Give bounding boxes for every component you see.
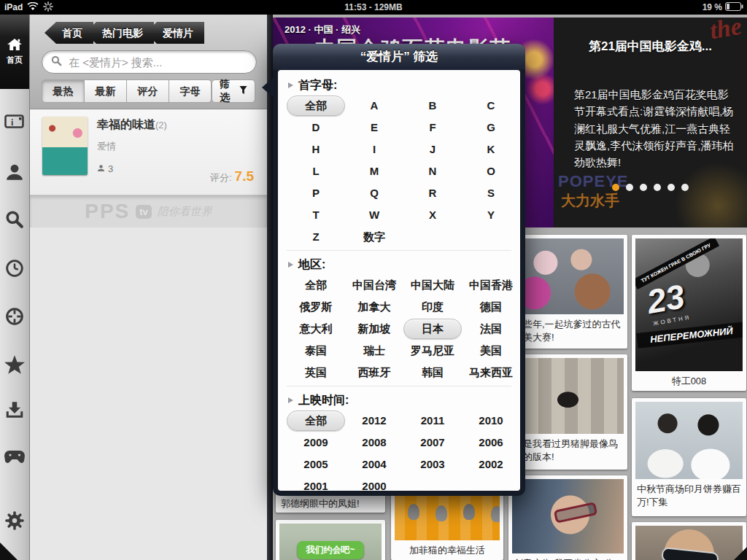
filter-option[interactable]: 中国大陆 — [403, 275, 462, 295]
filter-option[interactable]: 全部 — [287, 411, 345, 431]
filter-option[interactable]: 2005 — [287, 454, 345, 475]
breadcrumb-item[interactable]: 热门电影 — [85, 22, 154, 44]
carousel-dot[interactable] — [654, 184, 661, 191]
filter-option[interactable]: 2003 — [403, 454, 462, 475]
video-card[interactable]: 中秋节商场印月饼券赚百万!下集 — [632, 398, 746, 516]
filter-option[interactable]: 中国台湾 — [345, 275, 403, 295]
video-card[interactable]: 那些年,一起坑爹过的古代选美大赛! — [508, 235, 627, 349]
filter-option[interactable]: C — [462, 96, 520, 116]
filter-option[interactable]: 法国 — [462, 319, 520, 339]
filter-option[interactable]: 意大利 — [287, 319, 345, 339]
filter-button[interactable]: 筛选 — [212, 79, 255, 103]
sidebar-item-history[interactable] — [0, 255, 29, 281]
sidebar-item-profile[interactable] — [0, 159, 29, 185]
filter-option[interactable]: 2011 — [403, 411, 462, 431]
filter-option[interactable]: T — [287, 205, 345, 225]
filter-option[interactable]: 2000 — [345, 476, 403, 491]
video-card[interactable]: 创意广告:我要坐公交 公 — [508, 475, 627, 560]
carousel-dot[interactable] — [612, 184, 619, 191]
filter-option[interactable]: 2007 — [403, 432, 462, 453]
filter-option[interactable]: 全部 — [287, 275, 345, 295]
sidebar-item-discover[interactable] — [0, 303, 29, 330]
filter-option[interactable]: 德国 — [462, 297, 520, 317]
page-curl-left[interactable] — [0, 542, 18, 560]
filter-option[interactable]: Y — [462, 205, 520, 225]
filter-option[interactable]: 2004 — [345, 454, 403, 475]
filter-option[interactable]: 美国 — [462, 341, 520, 361]
carousel-dot[interactable] — [640, 184, 647, 191]
filter-option[interactable]: Q — [345, 183, 403, 203]
filter-option[interactable]: P — [287, 183, 345, 203]
filter-option[interactable]: I — [345, 139, 403, 160]
sidebar-item-settings[interactable] — [0, 508, 29, 534]
filter-option[interactable]: K — [462, 139, 520, 160]
carousel-dot[interactable] — [667, 184, 675, 191]
sort-tab[interactable]: 最热 — [42, 79, 85, 103]
filter-option[interactable]: D — [287, 117, 345, 138]
filter-option[interactable]: 2010 — [462, 411, 520, 431]
filter-option[interactable]: Z — [287, 227, 345, 247]
filter-option[interactable]: 2009 — [287, 432, 345, 453]
filter-option[interactable]: 瑞士 — [345, 341, 403, 361]
filter-option[interactable]: 日本 — [403, 319, 462, 339]
search-bar[interactable] — [42, 50, 257, 74]
filter-option[interactable]: N — [403, 161, 462, 182]
sort-tab[interactable]: 最新 — [85, 79, 127, 103]
filter-option[interactable]: A — [345, 96, 403, 116]
filter-option[interactable]: 全部 — [287, 96, 345, 116]
app-screen: iPad 11:53 - 129MB 19 % 首页 i 首页热门电影爱情片 — [0, 0, 747, 560]
filter-option[interactable]: E — [345, 117, 403, 138]
filter-option[interactable]: 数字 — [345, 227, 403, 247]
sidebar-item-search[interactable] — [0, 206, 29, 233]
filter-option[interactable]: G — [462, 117, 520, 138]
filter-option[interactable]: L — [287, 161, 345, 182]
filter-option[interactable]: J — [403, 139, 462, 160]
movie-list-row[interactable]: 幸福的味道(2) 爱情 3 评分: 7.5 — [30, 109, 267, 195]
filter-option[interactable]: 泰国 — [287, 341, 345, 361]
sort-tab[interactable]: 字母 — [169, 79, 212, 103]
breadcrumb-item[interactable]: 爱情片 — [145, 22, 204, 44]
sidebar-item-downloads[interactable] — [0, 397, 29, 423]
filter-option[interactable]: B — [403, 96, 462, 116]
pps-watermark: PPS tv 陪你看世界 — [30, 195, 267, 228]
filter-option[interactable]: 西班牙 — [345, 362, 403, 383]
sidebar-item-favorites[interactable] — [0, 351, 29, 378]
filter-option[interactable]: 2001 — [287, 476, 345, 491]
video-card[interactable]: 我们约会吧~ — [276, 520, 385, 560]
filter-option[interactable]: F — [403, 117, 462, 138]
filter-option[interactable]: 印度 — [403, 297, 462, 317]
filter-option[interactable]: 韩国 — [403, 362, 462, 383]
filter-option[interactable]: S — [462, 183, 520, 203]
sidebar-item-home[interactable]: 首页 — [0, 15, 29, 89]
filter-option[interactable]: W — [345, 205, 403, 225]
pps-slogan: 陪你看世界 — [158, 205, 212, 219]
video-card[interactable] — [632, 522, 746, 560]
info-card-icon: i — [4, 113, 25, 129]
filter-option[interactable]: 2008 — [345, 432, 403, 453]
filter-option[interactable]: O — [462, 161, 520, 182]
filter-option[interactable]: 俄罗斯 — [287, 297, 345, 317]
filter-option[interactable]: 中国香港 — [462, 275, 520, 295]
sidebar-item-games[interactable] — [0, 443, 29, 470]
filter-option[interactable]: 加拿大 — [345, 297, 403, 317]
video-card[interactable]: 这是我看过男猪脚最像鸟叔的版本! — [508, 354, 627, 470]
filter-option[interactable]: R — [403, 183, 462, 203]
page-curl-right[interactable] — [734, 547, 747, 560]
sidebar-item-info[interactable]: i — [0, 108, 29, 134]
filter-option[interactable]: 罗马尼亚 — [403, 341, 462, 361]
filter-option[interactable]: 新加坡 — [345, 319, 403, 339]
filter-option[interactable]: M — [345, 161, 403, 182]
filter-option[interactable]: X — [403, 205, 462, 225]
filter-option[interactable]: H — [287, 139, 345, 160]
filter-option[interactable]: 2002 — [462, 454, 520, 475]
video-card[interactable]: ТУТ КОЖЕН ГРАЄ В СВОЮ ГРУ 23 ЖОВТНЯ НЕПЕ… — [632, 235, 746, 391]
sort-tab[interactable]: 评分 — [127, 79, 169, 103]
filter-option[interactable]: 马来西亚 — [462, 362, 520, 383]
search-input[interactable] — [67, 55, 247, 69]
banner-decor-blob — [674, 162, 747, 228]
carousel-dot[interactable] — [681, 184, 689, 191]
carousel-dot[interactable] — [626, 184, 633, 191]
filter-option[interactable]: 2012 — [345, 411, 403, 431]
filter-option[interactable]: 英国 — [287, 362, 345, 383]
filter-option[interactable]: 2006 — [462, 432, 520, 453]
